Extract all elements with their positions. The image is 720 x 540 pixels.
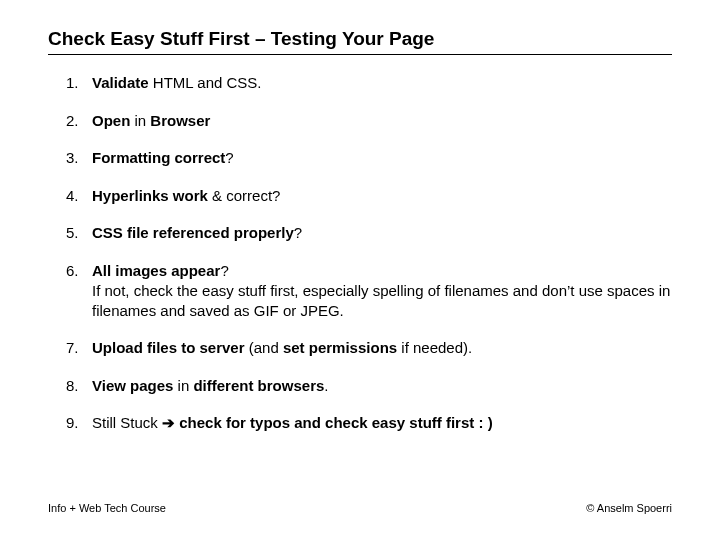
footer-left: Info + Web Tech Course <box>48 502 166 514</box>
list-item-text: Still Stuck ➔ check for typos and check … <box>92 414 493 431</box>
list-item: Validate HTML and CSS. <box>92 73 672 93</box>
list-item-text: Upload files to server (and set permissi… <box>92 339 472 356</box>
list-item-text: CSS file referenced properly? <box>92 224 302 241</box>
list-item-text: Validate HTML and CSS. <box>92 74 262 91</box>
list-item: Formatting correct? <box>92 148 672 168</box>
footer-right: © Anselm Spoerri <box>586 502 672 514</box>
list-item: Hyperlinks work & correct? <box>92 186 672 206</box>
list-item-text: Open in Browser <box>92 112 210 129</box>
list-item-text: View pages in different browsers. <box>92 377 329 394</box>
list-item: CSS file referenced properly? <box>92 223 672 243</box>
list-item: View pages in different browsers. <box>92 376 672 396</box>
slide: Check Easy Stuff First – Testing Your Pa… <box>0 0 720 540</box>
list-item: Upload files to server (and set permissi… <box>92 338 672 358</box>
list-item: All images appear?If not, check the easy… <box>92 261 672 321</box>
list-item-text: All images appear? <box>92 262 229 279</box>
list-item: Still Stuck ➔ check for typos and check … <box>92 413 672 433</box>
list-item-text: Formatting correct? <box>92 149 234 166</box>
list-item-subtext: If not, check the easy stuff first, espe… <box>92 281 672 320</box>
footer: Info + Web Tech Course © Anselm Spoerri <box>48 502 672 514</box>
list-item-text: Hyperlinks work & correct? <box>92 187 280 204</box>
checklist: Validate HTML and CSS.Open in BrowserFor… <box>48 73 672 433</box>
list-item: Open in Browser <box>92 111 672 131</box>
page-title: Check Easy Stuff First – Testing Your Pa… <box>48 28 672 55</box>
